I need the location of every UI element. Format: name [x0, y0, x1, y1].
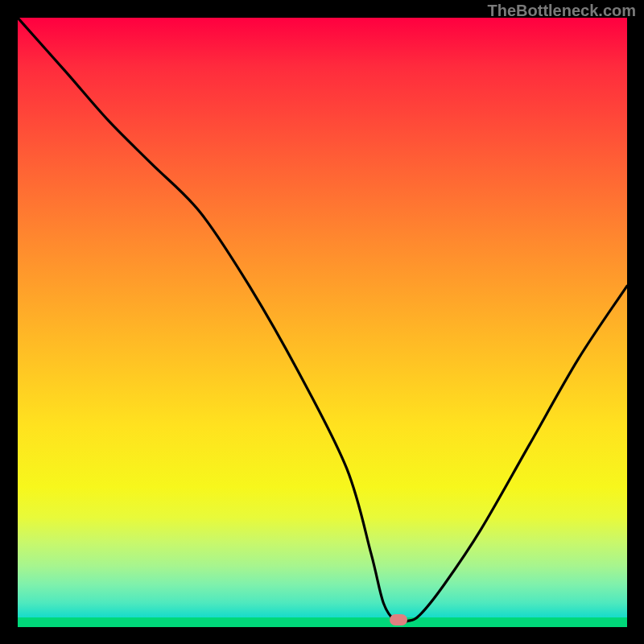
chart-stage: TheBottleneck.com [0, 0, 644, 644]
bottleneck-curve [18, 18, 627, 627]
plot-area [18, 18, 627, 627]
curve-path [18, 18, 627, 622]
optimal-marker [390, 614, 407, 625]
